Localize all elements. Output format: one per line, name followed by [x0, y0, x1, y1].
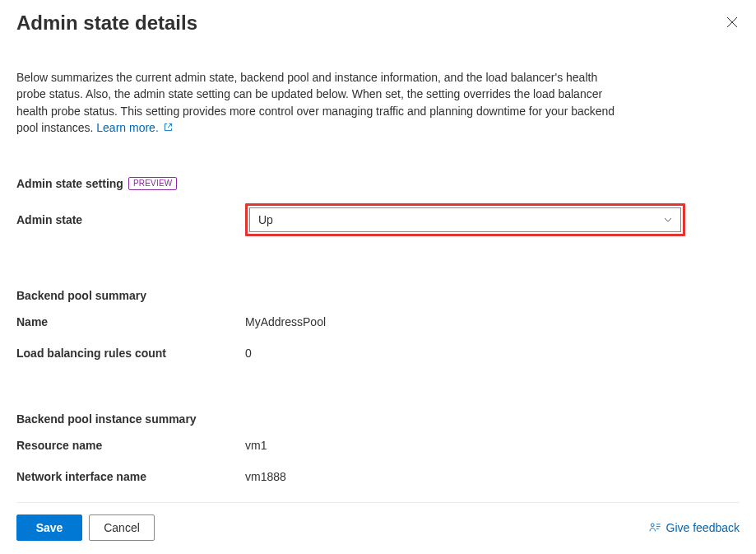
chevron-down-icon — [662, 214, 674, 226]
admin-state-heading: Admin state setting PREVIEW — [16, 177, 740, 190]
dropdown-highlight: Up — [245, 203, 685, 236]
pool-name-value: MyAddressPool — [245, 315, 326, 328]
backend-pool-summary-section: Backend pool summary Name MyAddressPool … — [16, 289, 740, 360]
panel-header: Admin state details — [16, 10, 740, 41]
admin-state-selected-value: Up — [258, 213, 273, 226]
external-link-icon — [164, 123, 173, 132]
nic-name-value: vm1888 — [245, 470, 286, 483]
nic-name-row: Network interface name vm1888 — [16, 470, 740, 483]
panel-title: Admin state details — [16, 12, 197, 35]
panel-footer: Save Cancel Give feedback — [16, 502, 740, 541]
admin-state-heading-label: Admin state setting — [16, 177, 123, 190]
lb-rules-value: 0 — [245, 347, 252, 360]
admin-state-label: Admin state — [16, 213, 245, 226]
lb-rules-row: Load balancing rules count 0 — [16, 347, 740, 360]
admin-state-dropdown-container: Up — [245, 203, 685, 236]
cancel-button[interactable]: Cancel — [89, 514, 155, 541]
save-button[interactable]: Save — [16, 514, 82, 541]
close-icon — [726, 16, 738, 28]
backend-pool-instance-section: Backend pool instance summary Resource n… — [16, 412, 740, 514]
learn-more-link[interactable]: Learn more. — [96, 121, 172, 134]
lb-rules-label: Load balancing rules count — [16, 347, 245, 360]
svg-point-2 — [651, 523, 654, 526]
admin-state-details-panel: Admin state details Below summarizes the… — [0, 0, 756, 554]
feedback-icon — [649, 522, 661, 534]
intro-text: Below summarizes the current admin state… — [16, 69, 625, 136]
pool-name-row: Name MyAddressPool — [16, 315, 740, 328]
close-button[interactable] — [721, 12, 743, 33]
learn-more-label: Learn more. — [96, 121, 158, 134]
backend-pool-summary-heading: Backend pool summary — [16, 289, 740, 302]
instance-summary-heading: Backend pool instance summary — [16, 412, 740, 426]
admin-state-row: Admin state Up — [16, 203, 740, 236]
give-feedback-link[interactable]: Give feedback — [649, 521, 740, 534]
resource-name-row: Resource name vm1 — [16, 439, 740, 452]
preview-badge: PREVIEW — [128, 177, 178, 190]
pool-name-label: Name — [16, 315, 245, 328]
admin-state-section: Admin state setting PREVIEW Admin state … — [16, 177, 740, 236]
admin-state-dropdown[interactable]: Up — [249, 207, 681, 232]
nic-name-label: Network interface name — [16, 470, 245, 483]
footer-actions: Save Cancel — [16, 514, 155, 541]
resource-name-label: Resource name — [16, 439, 245, 452]
give-feedback-label: Give feedback — [666, 521, 740, 534]
resource-name-value: vm1 — [245, 439, 267, 452]
